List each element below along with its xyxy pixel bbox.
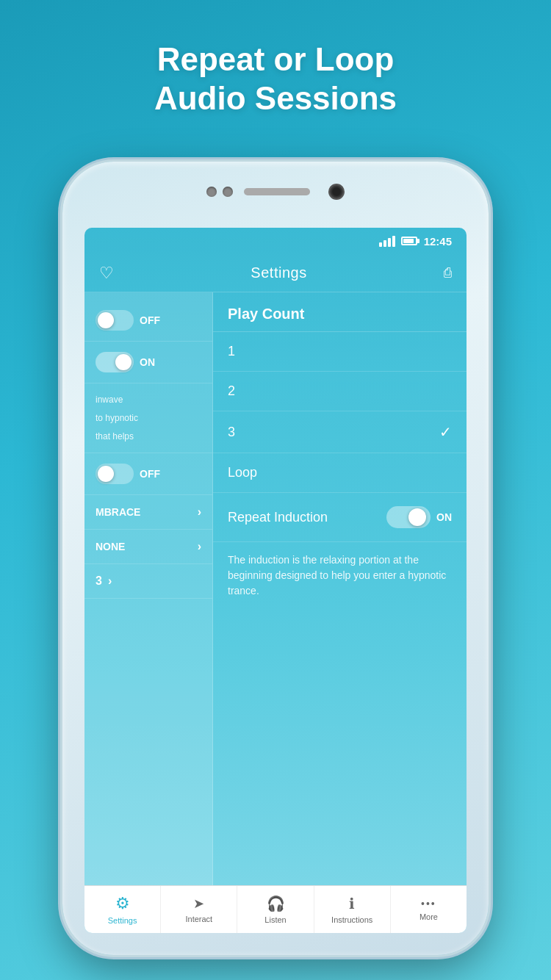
interact-icon: ➤ — [193, 896, 204, 912]
toggle-3-label: OFF — [140, 468, 160, 480]
header-title: Settings — [251, 264, 306, 281]
tab-listen-label: Listen — [264, 915, 286, 924]
section-header-play-count: Play Count — [213, 292, 467, 332]
tab-settings[interactable]: ⚙ Settings — [84, 886, 161, 933]
option-label-2: 2 — [228, 383, 235, 399]
option-row-2[interactable]: 2 — [213, 372, 467, 411]
left-row-2: ON — [84, 342, 212, 383]
phone-screen: 12:45 ♡ Settings ⎙ OFF — [84, 228, 467, 933]
listen-icon: 🎧 — [267, 895, 285, 912]
tab-instructions-label: Instructions — [331, 915, 372, 924]
page-title: Repeat or Loop Audio Sessions — [0, 0, 551, 118]
tab-listen[interactable]: 🎧 Listen — [237, 886, 314, 933]
left-text-1: inwave — [96, 394, 123, 406]
repeat-induction-description: The induction is the relaxing portion at… — [213, 542, 467, 609]
status-bar: 12:45 — [84, 228, 467, 254]
left-row-3: inwave to hypnotic that helps — [84, 383, 212, 453]
phone-top-notch — [62, 184, 489, 200]
left-text-3: that helps — [96, 430, 134, 443]
app-header: ♡ Settings ⎙ — [84, 254, 467, 292]
option-row-1[interactable]: 1 — [213, 332, 467, 372]
option-row-3[interactable]: 3 ✓ — [213, 411, 467, 453]
left-row-7[interactable]: 3 › — [84, 564, 212, 599]
loop-label: Loop — [228, 465, 257, 480]
tab-instructions[interactable]: ℹ Instructions — [314, 886, 391, 933]
checkmark-icon: ✓ — [439, 423, 452, 441]
toggle-1-label: OFF — [140, 314, 160, 326]
battery-icon — [401, 237, 417, 245]
tab-more-label: More — [419, 912, 438, 921]
chevron-icon-1: › — [198, 505, 201, 519]
tab-interact-label: Interact — [185, 915, 212, 923]
camera-lens — [328, 184, 345, 200]
chevron-icon-3: › — [108, 574, 112, 588]
tab-settings-label: Settings — [108, 916, 137, 925]
tab-bar: ⚙ Settings ➤ Interact 🎧 Listen ℹ Instruc… — [84, 885, 467, 933]
repeat-induction-toggle-label: ON — [436, 511, 452, 523]
left-option-mbrace: MBRACE — [96, 506, 140, 518]
heart-icon[interactable]: ♡ — [99, 264, 114, 283]
left-row-6[interactable]: NONE › — [84, 530, 212, 564]
left-row-4: OFF — [84, 453, 212, 495]
left-panel: OFF ON inwave to hypnotic that helps — [84, 292, 213, 885]
speaker-bar — [244, 188, 310, 195]
main-panel: Play Count 1 2 3 ✓ Loop Repeat Induction — [213, 292, 467, 885]
status-time: 12:45 — [424, 235, 452, 248]
repeat-induction-toggle[interactable]: ON — [386, 506, 452, 528]
tab-interact[interactable]: ➤ Interact — [161, 886, 237, 933]
toggle-2[interactable] — [96, 352, 134, 372]
repeat-induction-label: Repeat Induction — [228, 510, 328, 525]
share-icon[interactable]: ⎙ — [444, 265, 452, 281]
left-row-5[interactable]: MBRACE › — [84, 495, 212, 530]
option-label-3: 3 — [228, 425, 235, 440]
left-row-1: OFF — [84, 300, 212, 342]
phone-frame: 12:45 ♡ Settings ⎙ OFF — [62, 162, 489, 955]
signal-icon — [379, 236, 395, 247]
camera-dot-right — [223, 187, 233, 197]
tab-more[interactable]: ••• More — [391, 886, 467, 933]
camera-dot-left — [206, 187, 217, 197]
left-text-2: to hypnotic — [96, 412, 138, 425]
left-number-3: 3 — [96, 574, 102, 588]
chevron-icon-2: › — [198, 540, 201, 553]
toggle-2-label: ON — [140, 356, 155, 368]
instructions-icon: ℹ — [349, 895, 355, 912]
toggle-3[interactable] — [96, 464, 134, 484]
toggle-1[interactable] — [96, 310, 134, 331]
option-label-1: 1 — [228, 344, 235, 359]
settings-icon: ⚙ — [115, 894, 130, 913]
repeat-induction-row: Repeat Induction ON — [213, 493, 467, 542]
more-icon: ••• — [421, 898, 436, 909]
loop-row[interactable]: Loop — [213, 453, 467, 493]
left-option-none: NONE — [96, 541, 125, 552]
